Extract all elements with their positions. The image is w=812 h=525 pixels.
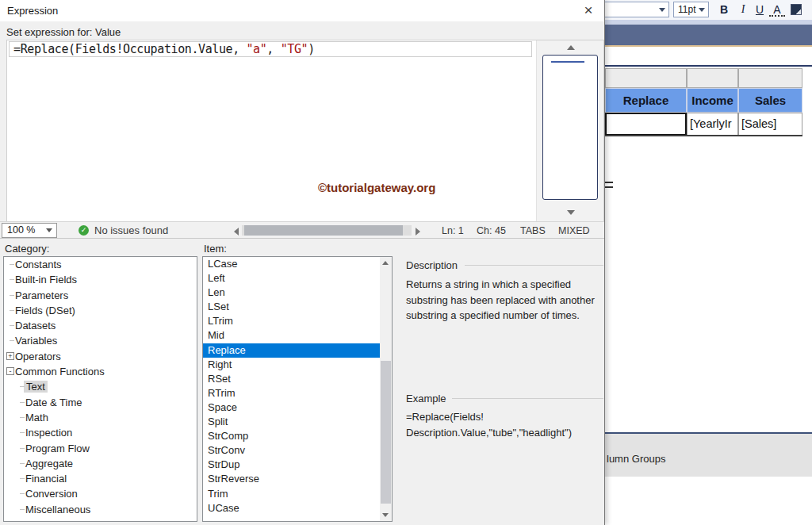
tree-item-math[interactable]: Math (4, 410, 197, 425)
list-item[interactable]: Space (203, 400, 380, 415)
minimap-text-line (551, 61, 584, 63)
collapse-icon[interactable]: - (6, 367, 14, 375)
list-item[interactable]: Trim (203, 487, 380, 501)
example-line-1: =Replace(Fields! (406, 409, 614, 425)
tree-item-aggregate[interactable]: Aggregate (4, 456, 197, 471)
tree-item-date-time[interactable]: Date & Time (4, 395, 197, 410)
char-indicator: Ch: 45 (477, 225, 506, 236)
mixed-indicator: MIXED (558, 225, 590, 236)
list-item[interactable]: Right (203, 358, 380, 372)
expression-dialog: Expression × Set expression for: Value =… (0, 0, 605, 525)
example-text: =Replace(Fields! Description.Value,"tube… (406, 409, 614, 441)
tree-item-fields-dset[interactable]: Fields (DSet) (4, 303, 197, 318)
scrollbar-thumb[interactable] (381, 361, 391, 504)
tree-item-parameters[interactable]: Parameters (4, 288, 197, 303)
expand-icon[interactable]: + (6, 352, 14, 360)
table-header-cell[interactable]: Replace (605, 88, 687, 113)
table-cell[interactable]: [Sales] (738, 113, 802, 136)
item-list: LCase Left Len LSet LTrim Mid Replace Ri… (202, 256, 393, 522)
category-label: Category: (5, 243, 49, 255)
font-size-value: 11pt (678, 4, 695, 15)
font-color-icon[interactable]: A (769, 2, 785, 17)
tree-item-constants[interactable]: Constants (4, 257, 197, 272)
close-icon[interactable]: × (579, 1, 598, 20)
tree-item-financial[interactable]: Financial (4, 471, 197, 486)
scroll-down-icon[interactable] (567, 210, 575, 215)
tree-item-text[interactable]: Text (4, 379, 197, 394)
chevron-down-icon (46, 228, 52, 232)
set-expression-label: Set expression for: Value (6, 26, 121, 38)
tree-item-miscellaneous[interactable]: Miscellaneous (4, 502, 197, 517)
issues-status: No issues found (94, 224, 168, 236)
description-title: Description (406, 259, 458, 271)
table-header-cell[interactable]: Income (687, 88, 738, 113)
bold-icon[interactable]: B (716, 2, 732, 17)
italic-icon[interactable]: I (735, 2, 751, 17)
list-item-selected[interactable]: Replace (203, 343, 380, 358)
tree-item-program-flow[interactable]: Program Flow (4, 441, 197, 456)
list-item[interactable]: Mid (203, 328, 380, 343)
editor-vertical-scrollbar[interactable] (536, 40, 603, 221)
expression-code-line[interactable]: =Replace(Fields!Occupation.Value, "a", "… (9, 41, 532, 57)
font-family-dropdown[interactable] (605, 2, 669, 17)
column-handle[interactable] (687, 68, 738, 88)
scroll-up-icon[interactable] (567, 45, 575, 50)
description-text: Returns a string in which a specified su… (406, 277, 607, 324)
table-bottom-border (605, 135, 802, 136)
example-title: Example (406, 393, 446, 404)
list-item[interactable]: LTrim (203, 314, 380, 328)
dialog-titlebar: Expression × (0, 0, 604, 21)
font-size-dropdown[interactable]: 11pt (673, 2, 709, 17)
tree-item-inspection[interactable]: Inspection (4, 425, 197, 440)
tree-item-datasets[interactable]: Datasets (4, 318, 197, 333)
category-tree: Constants Built-in Fields Parameters Fie… (3, 256, 197, 522)
designer-panel-divider (605, 65, 812, 67)
table-header-cell[interactable]: Sales (738, 88, 802, 113)
column-handle[interactable] (605, 68, 687, 88)
check-icon: ✓ (79, 225, 89, 236)
list-item[interactable]: Len (203, 285, 380, 300)
scrollbar-thumb[interactable] (542, 55, 598, 200)
tree-item-conversion[interactable]: Conversion (4, 486, 197, 501)
list-item[interactable]: RTrim (203, 386, 380, 400)
designer-tan-rule (605, 45, 812, 47)
list-item[interactable]: RSet (203, 372, 380, 386)
column-groups-panel: lumn Groups (605, 432, 812, 477)
list-item[interactable]: StrReverse (203, 472, 380, 486)
watermark-text: ©tutorialgateway.org (318, 181, 435, 194)
chevron-down-icon (699, 8, 705, 12)
horizontal-scrollbar[interactable] (242, 225, 412, 236)
zoom-dropdown[interactable]: 100 % (2, 223, 57, 238)
scrollbar-thumb[interactable] (244, 225, 403, 236)
example-line-2: Description.Value,"tube","headlight") (406, 425, 614, 441)
scroll-down-icon[interactable] (382, 513, 389, 517)
scroll-right-icon[interactable] (416, 228, 420, 236)
scroll-left-icon[interactable] (234, 228, 239, 236)
column-groups-label: lumn Groups (607, 453, 665, 465)
example-divider (452, 398, 603, 399)
tree-item-operators[interactable]: +Operators (4, 349, 197, 364)
list-item[interactable]: LSet (203, 300, 380, 314)
expression-editor[interactable]: =Replace(Fields!Occupation.Value, "a", "… (6, 40, 604, 221)
scroll-up-icon[interactable] (382, 261, 389, 265)
zoom-value: 100 % (7, 224, 35, 236)
list-item[interactable]: StrComp (203, 429, 380, 443)
list-item[interactable]: StrDup (203, 458, 380, 472)
tree-item-common-functions[interactable]: -Common Functions (4, 364, 197, 379)
underline-icon[interactable]: U (752, 2, 768, 17)
list-item[interactable]: UCase (203, 501, 380, 515)
table-cell[interactable]: [YearlyIr (687, 113, 738, 136)
list-item[interactable]: LCase (203, 257, 380, 271)
dialog-title: Expression (7, 5, 58, 17)
table-cell-selected[interactable] (605, 113, 687, 136)
column-handle[interactable] (738, 68, 802, 88)
fill-color-icon[interactable] (791, 4, 802, 15)
list-vertical-scrollbar[interactable] (380, 257, 392, 521)
list-item[interactable]: Split (203, 415, 380, 429)
designer-edge-marks (605, 182, 613, 188)
tree-item-built-in-fields[interactable]: Built-in Fields (4, 272, 197, 287)
tree-item-variables[interactable]: Variables (4, 333, 197, 348)
list-item[interactable]: StrConv (203, 443, 380, 458)
chevron-down-icon (659, 8, 665, 12)
list-item[interactable]: Left (203, 271, 380, 285)
